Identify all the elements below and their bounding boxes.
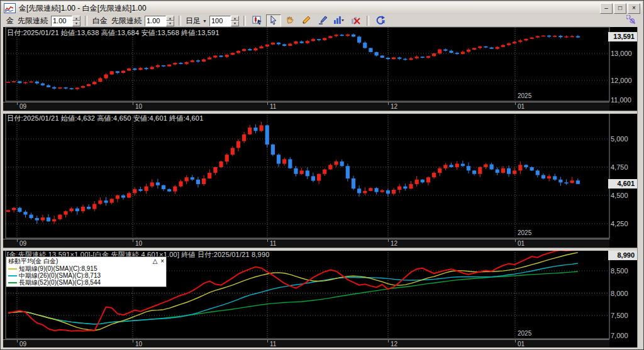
ma-legend-title: 移動平均(金 白金) [8, 258, 58, 265]
month-label: 11 [270, 103, 276, 110]
gold-ytick: 13,000 [611, 50, 632, 57]
gold-ytick: 12,000 [611, 77, 632, 84]
platinum-xaxis: 09 10 11 12 01 [3, 239, 609, 248]
month-label: 01 [518, 103, 525, 110]
platinum-current-price-badge: 4,601 [608, 179, 637, 189]
month-label: 12 [391, 240, 397, 247]
year-label: 2025 [518, 330, 531, 337]
chart-canvas[interactable] [1, 1, 644, 350]
month-label: 10 [135, 103, 142, 110]
legend-collapse-button[interactable]: △ [153, 258, 158, 265]
month-label: 11 [270, 341, 276, 347]
mid-ma-swatch [8, 275, 17, 276]
legend-item-mid: 中期線(26)(0)(SMA)(C):8,713 [8, 272, 164, 279]
month-label: 10 [135, 240, 142, 247]
window-right-border [637, 27, 644, 347]
month-label: 01 [518, 341, 525, 347]
platinum-ytick: 4,750 [611, 163, 628, 171]
ma-legend-panel[interactable]: 移動平均(金 白金) △ × 短期線(9)(0)(SMA)(C):8,915 中… [6, 256, 167, 287]
gold-ytick: 11,000 [611, 96, 631, 104]
month-label: 11 [270, 240, 276, 247]
month-label: 10 [135, 341, 142, 347]
long-ma-swatch [8, 282, 17, 283]
spread-ytick: 7,000 [611, 332, 628, 339]
legend-close-button[interactable]: × [160, 258, 164, 265]
month-label: 12 [391, 103, 397, 110]
month-label: 09 [19, 103, 26, 110]
platinum-ytick: 4,500 [611, 192, 628, 199]
platinum-ytick: 5,000 [611, 135, 628, 143]
gold-ohlc-info: 日付:2025/01/21 始値:13,638 高値:13,684 安値:13,… [7, 28, 219, 38]
spread-current-price-badge: 8,990 [608, 251, 637, 260]
month-label: 09 [19, 341, 26, 347]
legend-item-short: 短期線(9)(0)(SMA)(C):8,915 [8, 265, 164, 272]
gold-xaxis: 09 10 11 12 01 [3, 102, 609, 111]
platinum-ohlc-info: 日付:2025/01/21 始値:4,632 高値:4,650 安値:4,601… [7, 114, 203, 123]
month-label: 01 [518, 240, 525, 247]
month-label: 12 [391, 341, 397, 347]
year-label: 2025 [518, 92, 531, 99]
month-label: 09 [19, 240, 26, 247]
gold-current-price-badge: 13,591 [608, 32, 637, 41]
platinum-ytick: 4,250 [611, 220, 628, 227]
spread-ytick: 8,000 [611, 290, 628, 297]
year-label: 2025 [518, 229, 531, 236]
spread-xaxis: 09 10 11 12 01 [3, 339, 609, 348]
spread-ytick: 8,500 [611, 267, 628, 275]
legend-item-long: 長期線(52)(0)(SMA)(C):8,544 [8, 279, 164, 286]
app-window: 金[先限連続]1.00 - 白金[先限連続]1.00 – □ × 金 先限連続 … [0, 0, 644, 350]
window-bottom-border [2, 347, 643, 349]
spread-ytick: 7,500 [611, 312, 628, 319]
short-ma-swatch [8, 268, 17, 270]
